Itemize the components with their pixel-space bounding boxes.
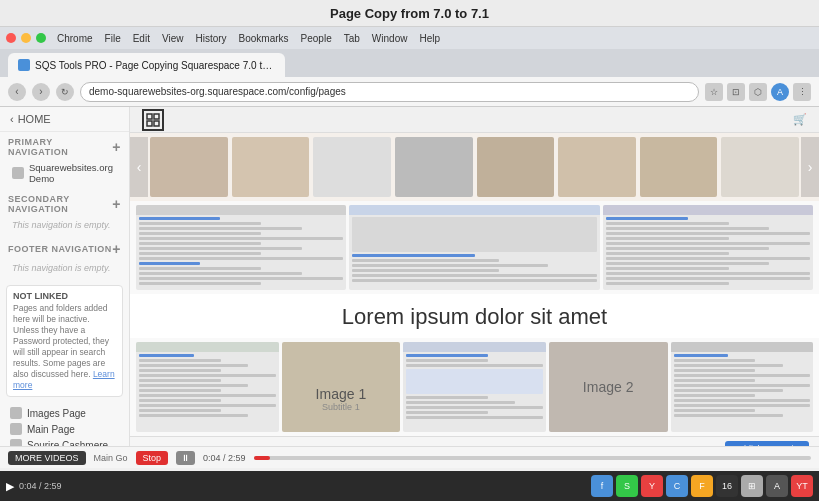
stop-button[interactable]: Stop (136, 451, 169, 465)
primary-nav-item-label: Squarewebsites.org Demo (29, 162, 117, 184)
image-1-label: Image 1 (282, 386, 401, 402)
footer-nav-section: FOOTER NAVIGATION + This navigation is e… (0, 236, 129, 279)
back-button[interactable]: ‹ (8, 83, 26, 101)
taskbar-app-8[interactable]: A (766, 475, 788, 497)
taskbar-app-9[interactable]: YT (791, 475, 813, 497)
extensions-icon[interactable]: ⬡ (749, 83, 767, 101)
gallery-image-4[interactable] (395, 137, 473, 197)
taskbar-app-3[interactable]: Y (641, 475, 663, 497)
taskbar-app-2[interactable]: S (616, 475, 638, 497)
gallery-image-1[interactable] (150, 137, 228, 197)
sq-logo (142, 109, 164, 131)
gallery-image-3[interactable] (313, 137, 391, 197)
list-item[interactable]: Images Page (6, 405, 123, 421)
forward-button[interactable]: › (32, 83, 50, 101)
gallery-image-5[interactable] (477, 137, 555, 197)
cast-icon[interactable]: ⊡ (727, 83, 745, 101)
bottom-screenshot-left (136, 342, 279, 432)
secondary-nav-section: SECONDARY NAVIGATION + This navigation i… (0, 189, 129, 236)
profile-icon[interactable]: A (771, 83, 789, 101)
browser-tab[interactable]: SQS Tools PRO - Page Copying Squarespace… (8, 53, 285, 77)
bookmark-icon[interactable]: ☆ (705, 83, 723, 101)
screenshot-1 (136, 205, 346, 290)
page-icon (12, 167, 24, 179)
screenshot-2 (349, 205, 601, 290)
gallery-prev-button[interactable]: ‹ (130, 137, 148, 197)
taskbar-app-6[interactable]: 16 (716, 475, 738, 497)
menu-icon[interactable]: ⋮ (793, 83, 811, 101)
gallery-image-2[interactable] (232, 137, 310, 197)
image-2-label: Image 2 (583, 379, 634, 395)
minimize-button[interactable] (21, 33, 31, 43)
refresh-button[interactable]: ↻ (56, 83, 74, 101)
primary-nav-section: PRIMARY NAVIGATION + Squarewebsites.org … (0, 132, 129, 189)
maximize-button[interactable] (36, 33, 46, 43)
browser-actions: ☆ ⊡ ⬡ A ⋮ (705, 83, 811, 101)
image-1-sublabel: Subtitle 1 (282, 402, 401, 412)
address-text: demo-squarewebsites-org.squarespace.com/… (89, 86, 346, 97)
channel-label: Main Go (94, 453, 128, 463)
menu-edit[interactable]: Edit (133, 33, 150, 44)
gallery-images (150, 137, 799, 197)
nav-items-list: Images Page Main Page Sourire Cashmere T… (0, 403, 129, 446)
sidebar: ‹ HOME PRIMARY NAVIGATION + Squarewebsit… (0, 107, 130, 446)
gallery-image-8[interactable] (721, 137, 799, 197)
add-secondary-nav-button[interactable]: + (112, 196, 121, 212)
page-icon (10, 407, 22, 419)
menu-help[interactable]: Help (419, 33, 440, 44)
address-input[interactable]: demo-squarewebsites-org.squarespace.com/… (80, 82, 699, 102)
taskbar-app-5[interactable]: F (691, 475, 713, 497)
sidebar-item-primary[interactable]: Squarewebsites.org Demo (8, 160, 121, 186)
title-bar: Page Copy from 7.0 to 7.1 (0, 0, 819, 27)
home-label: HOME (18, 113, 51, 125)
gallery-next-button[interactable]: › (801, 137, 819, 197)
footer-nav-header: FOOTER NAVIGATION + (8, 241, 121, 257)
gallery-strip: ‹ › (130, 133, 819, 201)
screenshots-section (130, 201, 819, 294)
taskbar-icons: f S Y C F 16 ⊞ A YT (591, 475, 813, 497)
progress-bar[interactable] (254, 456, 811, 460)
cart-icon[interactable]: 🛒 (793, 113, 807, 126)
primary-nav-label: PRIMARY NAVIGATION (8, 137, 112, 157)
sidebar-home[interactable]: ‹ HOME (0, 107, 129, 132)
list-item[interactable]: Sourire Cashmere (6, 437, 123, 446)
publish-button[interactable]: Publish Your Site (725, 441, 809, 446)
lorem-text-area: Lorem ipsum dolor sit amet (130, 294, 819, 338)
more-videos-button[interactable]: MORE VIDEOS (8, 451, 86, 465)
secondary-nav-empty: This navigation is empty. (8, 217, 121, 233)
add-primary-nav-button[interactable]: + (112, 139, 121, 155)
bottom-screenshot-mid (403, 342, 546, 432)
screenshot-3 (603, 205, 813, 290)
tab-bar: SQS Tools PRO - Page Copying Squarespace… (0, 49, 819, 77)
menu-tab[interactable]: Tab (344, 33, 360, 44)
taskbar-app-1[interactable]: f (591, 475, 613, 497)
browser-menu: Chrome File Edit View History Bookmarks … (57, 33, 440, 44)
address-bar: ‹ › ↻ demo-squarewebsites-org.squarespac… (0, 77, 819, 107)
main-content: ‹ HOME PRIMARY NAVIGATION + Squarewebsit… (0, 107, 819, 446)
menu-window[interactable]: Window (372, 33, 408, 44)
taskbar-app-7[interactable]: ⊞ (741, 475, 763, 497)
svg-rect-3 (154, 121, 159, 126)
secondary-nav-label: SECONDARY NAVIGATION (8, 194, 112, 214)
menu-bookmarks[interactable]: Bookmarks (239, 33, 289, 44)
footer-nav-empty: This navigation is empty. (8, 260, 121, 276)
taskbar-time: 0:04 / 2:59 (19, 481, 62, 491)
gallery-image-6[interactable] (558, 137, 636, 197)
menu-file[interactable]: File (105, 33, 121, 44)
window-title: Page Copy from 7.0 to 7.1 (330, 6, 489, 21)
list-item[interactable]: Main Page (6, 421, 123, 437)
pause-button[interactable]: ⏸ (176, 451, 195, 465)
menu-chrome[interactable]: Chrome (57, 33, 93, 44)
taskbar: ▶ 0:04 / 2:59 f S Y C F 16 ⊞ A YT (0, 471, 819, 501)
add-footer-nav-button[interactable]: + (112, 241, 121, 257)
menu-people[interactable]: People (301, 33, 332, 44)
menu-history[interactable]: History (195, 33, 226, 44)
taskbar-app-4[interactable]: C (666, 475, 688, 497)
menu-view[interactable]: View (162, 33, 184, 44)
gallery-image-7[interactable] (640, 137, 718, 197)
image-2-container: Image 2 (549, 342, 668, 432)
password-notice: This site is password protected, and the… (140, 445, 412, 447)
page-icon (10, 423, 22, 435)
taskbar-play-icon[interactable]: ▶ (6, 480, 14, 493)
close-button[interactable] (6, 33, 16, 43)
